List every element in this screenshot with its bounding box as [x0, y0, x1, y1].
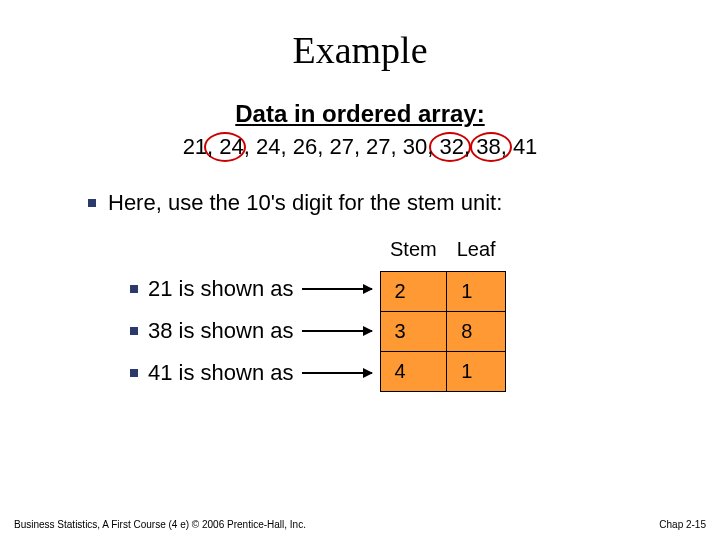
stem-cell: 3	[380, 312, 447, 352]
stem-leaf-table: Stem Leaf 2 1 3 8 4 1	[380, 232, 507, 392]
stem-cell: 4	[380, 352, 447, 392]
bullet-icon	[130, 369, 138, 377]
example-label: 21 is shown as	[148, 276, 294, 302]
narrative-line: Here, use the 10's digit for the stem un…	[0, 190, 720, 216]
leaf-cell: 1	[447, 352, 506, 392]
subtitle: Data in ordered array:	[0, 100, 720, 128]
example-row-41: 41 is shown as	[130, 352, 372, 394]
arrow-icon	[302, 330, 372, 332]
leaf-cell: 8	[447, 312, 506, 352]
footer-right: Chap 2-15	[659, 519, 706, 530]
example-label: 41 is shown as	[148, 360, 294, 386]
bullet-icon	[130, 285, 138, 293]
table-header-row: Stem Leaf	[380, 232, 506, 272]
leaf-cell: 1	[447, 272, 506, 312]
slide-title: Example	[0, 28, 720, 72]
footer-left: Business Statistics, A First Course (4 e…	[14, 519, 306, 530]
table-row: 2 1	[380, 272, 506, 312]
col-leaf: Leaf	[447, 232, 506, 272]
table-row: 4 1	[380, 352, 506, 392]
stem-cell: 2	[380, 272, 447, 312]
footer: Business Statistics, A First Course (4 e…	[14, 519, 706, 530]
example-row-38: 38 is shown as	[130, 310, 372, 352]
table-row: 3 8	[380, 312, 506, 352]
narrative-text: Here, use the 10's digit for the stem un…	[108, 190, 502, 216]
data-array-text: 21, 24, 24, 26, 27, 27, 30, 32, 38, 41	[183, 134, 538, 159]
arrow-icon	[302, 288, 372, 290]
example-label: 38 is shown as	[148, 318, 294, 344]
arrow-icon	[302, 372, 372, 374]
bullet-icon	[130, 327, 138, 335]
bullet-icon	[88, 199, 96, 207]
col-stem: Stem	[380, 232, 447, 272]
data-array-line: 21, 24, 24, 26, 27, 27, 30, 32, 38, 41	[0, 134, 720, 166]
example-row-21: 21 is shown as	[130, 268, 372, 310]
